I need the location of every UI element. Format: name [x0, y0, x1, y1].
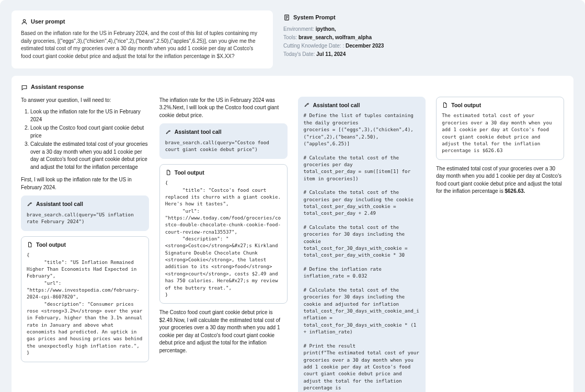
tool-icon — [165, 129, 171, 135]
tool-output-3-body: The estimated total cost of your groceri… — [442, 112, 558, 154]
column-4: Tool output The estimated total cost of … — [436, 97, 564, 392]
chat-icon — [21, 84, 28, 91]
user-prompt-title: User prompt — [31, 18, 65, 26]
sys-tools: Tools: brave_search, wolfram_alpha — [283, 34, 573, 41]
col1-intro: To answer your question, I will need to: — [21, 97, 149, 105]
column-2: The inflation rate for the US in Februar… — [159, 97, 288, 392]
svg-point-7 — [307, 103, 308, 105]
file-icon — [27, 241, 33, 248]
step-item: Calculate the estimated total cost of yo… — [30, 141, 149, 171]
col2-after: The Costco food court giant cookie debut… — [159, 309, 288, 354]
user-prompt-header: User prompt — [21, 18, 263, 26]
tool-icon — [304, 102, 310, 108]
file-icon — [442, 102, 448, 108]
system-prompt-title: System Prompt — [293, 14, 336, 21]
tool-call-3: Assistant tool call # Define the list of… — [298, 97, 426, 392]
columns: To answer your question, I will need to:… — [21, 97, 564, 392]
column-3: Assistant tool call # Define the list of… — [298, 97, 426, 392]
system-prompt-card: System Prompt Environment: ipython, Tool… — [283, 10, 573, 68]
sys-today: Today's Date: Jul 11, 2024 — [283, 51, 573, 58]
tool-call-2: Assistant tool call brave_search.call(qu… — [159, 123, 288, 158]
col1-steps: Look up the inflation rate for the US in… — [21, 108, 149, 171]
final-answer: The estimated total cost of your groceri… — [436, 165, 564, 195]
tool-call-1-header: Assistant tool call — [27, 200, 143, 208]
tool-call-1: Assistant tool call brave_search.call(qu… — [21, 195, 149, 230]
svg-point-0 — [23, 19, 25, 21]
tool-output-1: Tool output { "title": "US Inflation Rem… — [21, 236, 149, 362]
tool-call-3-body: # Define the list of tuples containing t… — [304, 112, 420, 392]
tool-output-3-header: Tool output — [442, 101, 558, 109]
tool-output-1-header: Tool output — [27, 241, 143, 249]
document-list-icon — [283, 14, 290, 21]
tool-output-2-header: Tool output — [165, 169, 282, 177]
sys-cutting-date: Cutting Knowledge Date: : December 2023 — [283, 42, 573, 50]
file-icon — [165, 169, 171, 176]
sys-env: Environment: ipython, — [283, 26, 573, 33]
tool-call-3-header: Assistant tool call — [304, 101, 420, 109]
tool-icon — [27, 201, 33, 207]
col2-intro: The inflation rate for the US in Februar… — [159, 97, 288, 120]
step-item: Look up the inflation rate for the US in… — [30, 108, 149, 123]
svg-point-6 — [169, 130, 170, 131]
tool-output-3: Tool output The estimated total cost of … — [436, 97, 564, 160]
col1-after-steps: First, I will look up the inflation rate… — [21, 176, 149, 191]
user-prompt-body: Based on the inflation rate for the US i… — [21, 30, 263, 60]
user-prompt-card: User prompt Based on the inflation rate … — [12, 10, 273, 68]
system-prompt-header: System Prompt — [283, 14, 573, 21]
column-1: To answer your question, I will need to:… — [21, 97, 149, 392]
svg-point-5 — [31, 202, 32, 203]
user-icon — [21, 18, 28, 25]
tool-call-2-body: brave_search.call(query="Costco food cou… — [165, 139, 282, 153]
assistant-title: Assistant response — [31, 83, 84, 91]
assistant-header: Assistant response — [21, 83, 564, 91]
tool-call-1-body: brave_search.call(query="US inflation ra… — [27, 211, 143, 225]
top-row: User prompt Based on the inflation rate … — [12, 10, 573, 68]
tool-output-1-body: { "title": "US Inflation Remained Higher… — [27, 251, 143, 356]
tool-output-2-body: { "title": "Costco's food court replaced… — [165, 179, 282, 298]
tool-call-2-header: Assistant tool call — [165, 128, 282, 136]
tool-output-2: Tool output { "title": "Costco's food co… — [159, 164, 288, 304]
example-panel: User prompt Based on the inflation rate … — [0, 0, 585, 392]
step-item: Look up the Costco food court giant cook… — [30, 124, 149, 140]
assistant-response-card: Assistant response To answer your questi… — [12, 76, 573, 392]
